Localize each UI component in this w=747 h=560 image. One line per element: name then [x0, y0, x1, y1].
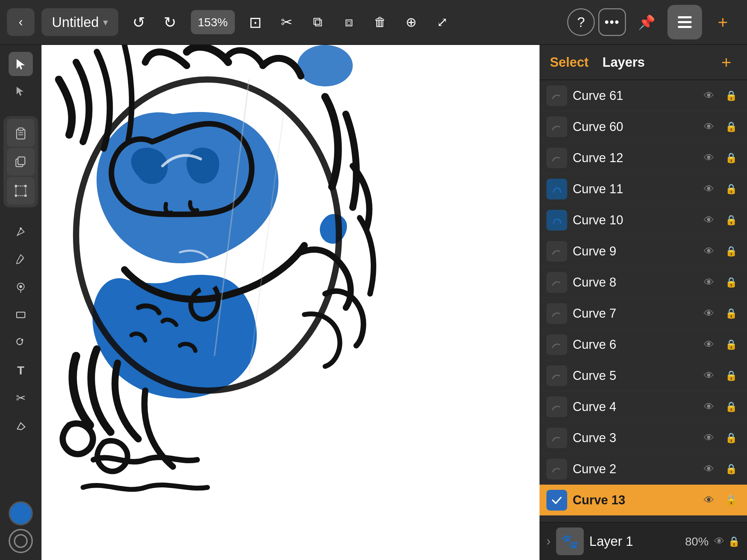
layer-name: Curve 12 [573, 151, 695, 165]
pen-tool[interactable] [9, 220, 33, 244]
layer-group-icons: 👁 🔒 [714, 535, 740, 547]
tab-select[interactable]: Select [550, 52, 589, 73]
layer-item[interactable]: Curve 60 👁 🔒 [540, 111, 747, 142]
stroke-color-button[interactable] [9, 529, 33, 553]
add-panel-button[interactable]: + [706, 5, 740, 39]
layer-visibility-icon[interactable]: 👁 [701, 460, 717, 478]
layer-item[interactable]: Curve 6 👁 🔒 [540, 329, 747, 360]
layer-lock-icon[interactable]: 🔒 [722, 336, 740, 353]
layer-lock-icon[interactable]: 🔒 [722, 149, 740, 166]
lasso-tool[interactable] [9, 330, 33, 355]
layer-thumbnail [546, 459, 567, 479]
svg-point-12 [15, 185, 17, 187]
layer-lock-icon[interactable]: 🔒 [722, 367, 740, 384]
undo-button[interactable]: ↺ [125, 8, 153, 36]
layer-name: Curve 4 [573, 400, 695, 414]
layer-thumbnail [546, 303, 567, 324]
scissors-tool[interactable]: ✂ [9, 386, 33, 410]
layer-item[interactable]: Curve 8 👁 🔒 [540, 267, 747, 298]
layer-lock-icon[interactable]: 🔒 [722, 118, 740, 135]
layer-item[interactable]: Curve 61 👁 🔒 [540, 80, 747, 111]
layer-group-expand-icon[interactable]: › [546, 534, 551, 549]
svg-point-20 [19, 285, 22, 288]
layer-visibility-icon[interactable]: 👁 [701, 149, 717, 167]
pencil-tool[interactable] [9, 248, 33, 272]
cut-button[interactable]: ✂ [273, 8, 301, 36]
history-tools: ↺ ↻ [125, 8, 184, 36]
layer-lock-icon[interactable]: 🔒 [722, 212, 740, 228]
layer-name: Curve 6 [573, 337, 695, 352]
layer-name: Curve 10 [573, 213, 695, 227]
zoom-button[interactable]: 153% [191, 10, 235, 34]
layer-visibility-icon[interactable]: 👁 [701, 429, 717, 447]
svg-point-26 [297, 45, 353, 86]
brush-tool[interactable] [9, 275, 33, 299]
layer-visibility-icon[interactable]: 👁 [701, 336, 717, 353]
redo-button[interactable]: ↻ [156, 8, 184, 36]
clipboard-tool[interactable] [7, 119, 35, 147]
layer-visibility-icon[interactable]: 👁 [701, 243, 717, 260]
layer-item[interactable]: Curve 5 👁 🔒 [540, 360, 747, 391]
layer-visibility-icon[interactable]: 👁 [701, 118, 717, 136]
layer-thumbnail [546, 365, 567, 386]
canvas-svg [42, 45, 540, 560]
layer-lock-icon[interactable]: 🔒 [722, 87, 740, 104]
layer-item[interactable]: Curve 7 👁 🔒 [540, 298, 747, 329]
back-button[interactable]: ‹ [7, 8, 35, 36]
layer-lock-icon[interactable]: 🔒 [722, 492, 740, 508]
layer-name: Curve 13 [573, 493, 695, 507]
layer-lock-icon[interactable]: 🔒 [722, 429, 740, 446]
more-button[interactable]: ••• [598, 8, 626, 36]
layer-item[interactable]: Curve 9 👁 🔒 [540, 236, 747, 267]
pin-button[interactable]: 📌 [629, 5, 664, 39]
tab-layers[interactable]: Layers [602, 52, 645, 73]
text-tool[interactable]: T [9, 358, 33, 382]
layers-panel-button[interactable] [667, 5, 702, 39]
layer-lock-icon[interactable]: 🔒 [722, 398, 740, 415]
layer-visibility-icon[interactable]: 👁 [701, 398, 717, 416]
layer-group-visibility-icon[interactable]: 👁 [714, 535, 725, 547]
layer-item[interactable]: Curve 12 👁 🔒 [540, 142, 747, 174]
tool-group-main [3, 116, 38, 207]
select-rect-button[interactable]: ⊡ [242, 8, 269, 36]
layer-lock-icon[interactable]: 🔒 [722, 305, 740, 322]
layer-visibility-icon[interactable]: 👁 [701, 274, 717, 291]
duplicate-button[interactable]: ⊕ [397, 8, 425, 36]
layer-visibility-icon[interactable]: 👁 [701, 212, 717, 229]
copy-layer-tool[interactable] [7, 148, 35, 176]
canvas-area[interactable] [42, 45, 540, 560]
layer-item[interactable]: Curve 11 👁 🔒 [540, 174, 747, 205]
delete-button[interactable]: 🗑 [366, 8, 394, 36]
layer-item[interactable]: Curve 3 👁 🔒 [540, 422, 747, 454]
layer-visibility-icon[interactable]: 👁 [701, 87, 717, 104]
layer-item[interactable]: Curve 4 👁 🔒 [540, 391, 747, 422]
layer-group-lock-icon[interactable]: 🔒 [728, 536, 740, 547]
layer-visibility-icon[interactable]: 👁 [701, 180, 717, 198]
add-layer-button[interactable]: + [716, 52, 737, 73]
select-tool[interactable] [9, 52, 33, 76]
transform-layer-tool[interactable] [7, 177, 35, 205]
document-title-button[interactable]: Untitled ▾ [42, 8, 118, 36]
layer-item[interactable]: Curve 13 👁 🔒 [540, 485, 747, 516]
layer-item[interactable]: Curve 2 👁 🔒 [540, 454, 747, 485]
layer-visibility-icon[interactable]: 👁 [701, 367, 717, 384]
direct-select-tool[interactable] [9, 80, 33, 104]
layer-lock-icon[interactable]: 🔒 [722, 460, 740, 477]
rect-tool[interactable] [9, 303, 33, 327]
layer-name: Curve 2 [573, 462, 695, 476]
layer-lock-icon[interactable]: 🔒 [722, 274, 740, 291]
copy-button[interactable]: ⧉ [304, 8, 332, 36]
layer-lock-icon[interactable]: 🔒 [722, 180, 740, 197]
layer-visibility-icon[interactable]: 👁 [701, 305, 717, 322]
layer-lock-icon[interactable]: 🔒 [722, 243, 740, 260]
layer-item[interactable]: Curve 10 👁 🔒 [540, 205, 747, 236]
layer-visibility-icon[interactable]: 👁 [701, 492, 717, 509]
transform-button[interactable]: ⤢ [428, 8, 456, 36]
primary-color-button[interactable] [9, 501, 33, 525]
svg-marker-3 [17, 59, 25, 69]
layer-group[interactable]: › 🐾 Layer 1 80% 👁 🔒 [540, 522, 747, 560]
svg-point-16 [20, 227, 22, 230]
eraser-tool[interactable] [9, 413, 33, 438]
paste-button[interactable]: ⧈ [335, 8, 363, 36]
help-button[interactable]: ? [567, 8, 595, 36]
